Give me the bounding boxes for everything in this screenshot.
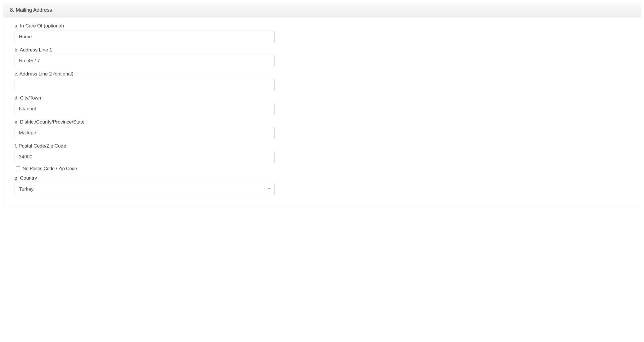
form-group-address-line-1: b. Address Line 1 <box>15 47 629 67</box>
postal-code-label: f. Postal Code/Zip Code <box>15 143 629 149</box>
form-group-address-line-2: c. Address Line 2 (optional) <box>15 71 629 91</box>
section-title: 8. Mailing Address <box>10 7 52 13</box>
city-input[interactable] <box>15 103 275 115</box>
postal-code-input[interactable] <box>15 151 275 163</box>
panel-body: a. In Care Of (optional) b. Address Line… <box>3 17 641 208</box>
district-input[interactable] <box>15 127 275 139</box>
address-line-2-input[interactable] <box>15 79 275 91</box>
no-postal-code-label: No Postal Code / Zip Code <box>23 166 77 171</box>
form-group-postal-code: f. Postal Code/Zip Code No Postal Code /… <box>15 143 629 171</box>
country-label: g. Country <box>15 175 629 181</box>
no-postal-code-row: No Postal Code / Zip Code <box>15 166 629 171</box>
mailing-address-panel: 8. Mailing Address a. In Care Of (option… <box>3 3 641 208</box>
country-select[interactable]: Turkey <box>15 183 275 195</box>
country-select-wrapper: Turkey <box>15 183 275 195</box>
district-label: e. District/County/Province/State <box>15 119 629 125</box>
in-care-of-input[interactable] <box>15 31 275 43</box>
address-line-1-label: b. Address Line 1 <box>15 47 629 53</box>
address-line-1-input[interactable] <box>15 55 275 67</box>
in-care-of-label: a. In Care Of (optional) <box>15 23 629 29</box>
no-postal-code-checkbox[interactable] <box>16 166 20 171</box>
form-group-in-care-of: a. In Care Of (optional) <box>15 23 629 43</box>
form-group-city: d. City/Town <box>15 95 629 115</box>
form-group-district: e. District/County/Province/State <box>15 119 629 139</box>
address-line-2-label: c. Address Line 2 (optional) <box>15 71 629 77</box>
city-label: d. City/Town <box>15 95 629 101</box>
form-group-country: g. Country Turkey <box>15 175 629 195</box>
panel-header: 8. Mailing Address <box>3 3 641 17</box>
